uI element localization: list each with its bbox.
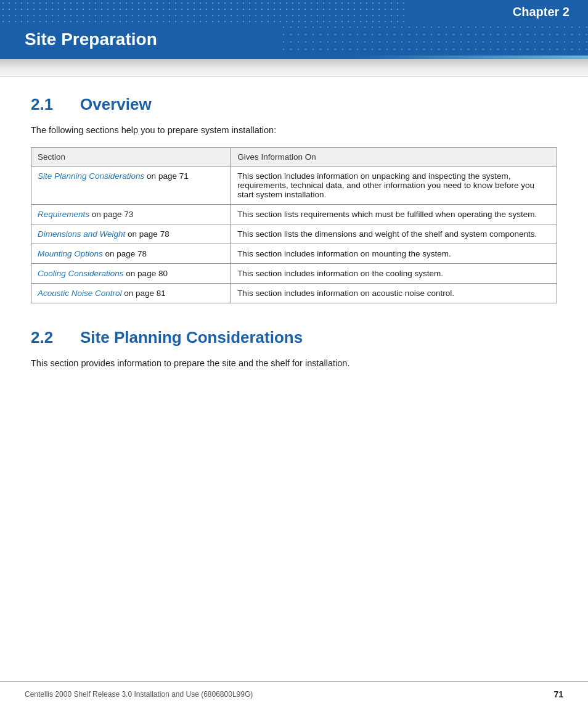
table-cell-link[interactable]: Requirements on page 73: [31, 205, 231, 224]
table-row: Dimensions and Weight on page 78This sec…: [31, 224, 557, 244]
link-normal-text: on page 78: [103, 249, 147, 258]
footer-text: Centellis 2000 Shelf Release 3.0 Install…: [25, 690, 253, 699]
table-cell-description: This section lists the dimensions and we…: [231, 224, 557, 244]
footer: Centellis 2000 Shelf Release 3.0 Install…: [0, 681, 588, 706]
section-21-heading: Overview: [80, 95, 152, 114]
table-row: Requirements on page 73This section list…: [31, 205, 557, 224]
table-cell-description: This section includes information on unp…: [231, 166, 557, 205]
page-title: Site Preparation: [0, 30, 157, 49]
link-normal-text: on page 73: [89, 210, 133, 219]
table-cell-link[interactable]: Cooling Considerations on page 80: [31, 264, 231, 284]
chapter-label: Chapter 2: [500, 1, 588, 23]
title-dots-decoration: [280, 23, 588, 55]
header-dots-decoration: [0, 0, 407, 23]
link-italic-text: Cooling Considerations: [38, 269, 124, 278]
table-cell-description: This section lists requirements which mu…: [231, 205, 557, 224]
section-21-intro: The following sections help you to prepa…: [31, 125, 557, 135]
section-22-num: 2.2: [31, 328, 80, 347]
table-row: Site Planning Considerations on page 71T…: [31, 166, 557, 205]
link-normal-text: on page 80: [124, 269, 168, 278]
link-italic-text: Site Planning Considerations: [38, 171, 144, 181]
table-cell-description: This section includes information on aco…: [231, 284, 557, 303]
section-21-num: 2.1: [31, 95, 80, 114]
col1-header: Section: [31, 148, 231, 166]
section-22-heading: Site Planning Considerations: [80, 328, 303, 347]
table-cell-description: This section includes information on the…: [231, 264, 557, 284]
table-row: Acoustic Noise Control on page 81This se…: [31, 284, 557, 303]
link-normal-text: on page 78: [125, 229, 169, 239]
table-cell-link[interactable]: Acoustic Noise Control on page 81: [31, 284, 231, 303]
section-21-title: 2.1 Overview: [31, 95, 557, 114]
title-bar: Site Preparation: [0, 23, 588, 55]
link-italic-text: Dimensions and Weight: [38, 229, 125, 239]
main-content: 2.1 Overview The following sections help…: [0, 76, 588, 417]
table-header-row: Section Gives Information On: [31, 148, 557, 166]
table-row: Mounting Options on page 78This section …: [31, 244, 557, 264]
table-cell-description: This section includes information on mou…: [231, 244, 557, 264]
link-italic-text: Requirements: [38, 210, 89, 219]
footer-page: 71: [553, 689, 563, 699]
section-22-intro: This section provides information to pre…: [31, 358, 557, 368]
link-italic-text: Mounting Options: [38, 249, 103, 258]
link-normal-text: on page 71: [144, 171, 188, 181]
table-cell-link[interactable]: Dimensions and Weight on page 78: [31, 224, 231, 244]
section-22-title: 2.2 Site Planning Considerations: [31, 328, 557, 347]
col2-header: Gives Information On: [231, 148, 557, 166]
section-22: 2.2 Site Planning Considerations This se…: [31, 328, 557, 368]
link-normal-text: on page 81: [122, 289, 166, 298]
table-cell-link[interactable]: Site Planning Considerations on page 71: [31, 166, 231, 205]
header-top: Chapter 2: [0, 0, 588, 23]
table-cell-link[interactable]: Mounting Options on page 78: [31, 244, 231, 264]
gray-bar: [0, 59, 588, 76]
link-italic-text: Acoustic Noise Control: [38, 289, 122, 298]
overview-table: Section Gives Information On Site Planni…: [31, 147, 557, 303]
table-row: Cooling Considerations on page 80This se…: [31, 264, 557, 284]
